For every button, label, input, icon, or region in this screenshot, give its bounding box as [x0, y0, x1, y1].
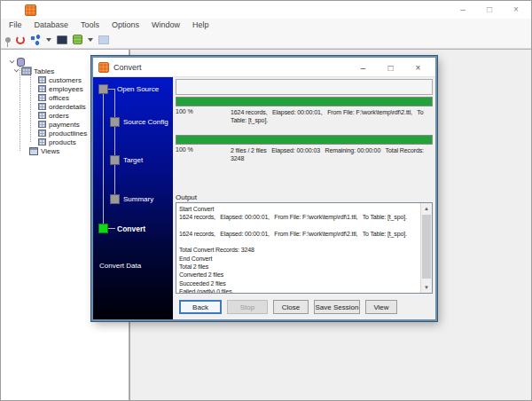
table-name: productlines	[49, 130, 87, 138]
menu-file[interactable]: File	[3, 20, 28, 29]
menu-options[interactable]: Options	[106, 20, 145, 29]
dialog-button-row: Back Stop Close Save Session View	[176, 300, 433, 314]
tree-rail	[30, 75, 31, 142]
log-line: 1624 records, Elapsed: 00:00:01, From Fi…	[179, 213, 419, 221]
pin-icon[interactable]	[5, 37, 11, 43]
step-label-open-source: Open Source	[117, 85, 159, 93]
dialog-app-icon	[98, 62, 109, 73]
dialog-body: Open Source Source Config Target Summary…	[93, 77, 435, 319]
total-progress-bar	[176, 135, 433, 145]
main-window-controls: – □ ×	[450, 1, 529, 19]
panel-caption: Convert Data	[99, 262, 141, 270]
log-line: Total Convert Records: 3248	[179, 246, 419, 254]
share-dropdown-icon[interactable]	[46, 38, 51, 42]
chevron-down-icon[interactable]	[10, 59, 15, 64]
step-marker-target	[110, 155, 120, 165]
menu-database[interactable]: Database	[28, 20, 75, 29]
log-line	[179, 222, 419, 230]
chevron-down-icon[interactable]	[14, 67, 20, 73]
toolbar	[1, 31, 531, 49]
dialog-title: Convert	[113, 63, 142, 72]
dialog-window-controls: – □ ×	[349, 58, 432, 77]
wizard-connector	[114, 89, 115, 199]
tables-label: Tables	[34, 67, 54, 75]
dialog-minimize-button[interactable]: –	[349, 58, 377, 77]
convert-dialog: Convert – □ × Open Source Source Config …	[91, 56, 437, 321]
wizard-steps-panel: Open Source Source Config Target Summary…	[93, 77, 173, 319]
log-line: Total 2 files	[179, 263, 419, 271]
close-button[interactable]: ×	[503, 1, 529, 19]
share-icon[interactable]	[30, 35, 41, 45]
table-icon	[38, 138, 46, 145]
maximize-button[interactable]: □	[476, 1, 503, 19]
output-scrollbar[interactable]: ▲ ▼	[420, 203, 432, 293]
table-icon	[38, 130, 46, 137]
refresh-icon[interactable]	[16, 35, 25, 44]
file-progress-percent: 100 %	[176, 108, 231, 133]
log-line: Converted 2 files	[179, 271, 419, 279]
step-marker-convert-active	[98, 224, 108, 233]
file-progress-detail: 100 % 1624 records, Elapsed: 00:00:01, F…	[176, 106, 433, 133]
export-dropdown-icon[interactable]	[88, 38, 93, 42]
view-button[interactable]: View	[365, 300, 397, 314]
step-label-target: Target	[123, 156, 143, 164]
table-icon	[38, 76, 46, 83]
dialog-titlebar: Convert – □ ×	[93, 58, 435, 77]
back-button[interactable]: Back	[179, 300, 222, 314]
table-export-icon[interactable]	[73, 35, 82, 44]
table-name: products	[49, 138, 76, 146]
table-name: employees	[49, 85, 83, 93]
table-name: offices	[49, 94, 69, 102]
log-line	[179, 238, 419, 246]
dialog-maximize-button[interactable]: □	[377, 58, 404, 77]
total-progress-text: 2 files / 2 files Elapsed: 00:00:03 Rema…	[231, 146, 433, 171]
table-icon	[38, 112, 46, 119]
menu-window[interactable]: Window	[145, 20, 186, 29]
step-marker-open-source	[98, 84, 108, 94]
log-line: Succeeded 2 files	[179, 279, 419, 287]
message-box	[176, 79, 433, 95]
views-folder-icon	[29, 147, 38, 155]
step-label-summary: Summary	[123, 195, 153, 203]
scroll-up-icon[interactable]: ▲	[421, 203, 432, 214]
tree-rail	[20, 67, 20, 151]
wizard-connector	[103, 94, 104, 224]
menu-bar: File Database Tools Options Window Help	[1, 19, 531, 31]
output-log: Start Convert 1624 records, Elapsed: 00:…	[176, 202, 433, 294]
step-label-convert: Convert	[117, 224, 145, 233]
close-button[interactable]: Close	[273, 300, 309, 314]
save-session-button[interactable]: Save Session	[314, 300, 360, 314]
wizard-connector	[108, 228, 115, 229]
stop-button: Stop	[227, 300, 268, 314]
scrollbar-thumb[interactable]	[422, 215, 431, 279]
scroll-down-icon[interactable]: ▼	[421, 282, 432, 293]
total-progress-percent: 100 %	[176, 146, 231, 171]
table-name: payments	[49, 121, 80, 129]
table-icon	[38, 103, 46, 110]
menu-tools[interactable]: Tools	[74, 20, 106, 29]
table-disabled-icon	[98, 35, 109, 44]
step-label-source-config: Source Config	[123, 118, 168, 126]
monitor-icon[interactable]	[57, 35, 67, 44]
database-icon	[17, 58, 25, 67]
app-logo-icon	[25, 4, 36, 16]
minimize-button[interactable]: –	[450, 1, 476, 19]
views-label: Views	[41, 147, 59, 155]
table-name: orderdetails	[49, 103, 86, 111]
log-line: End Convert	[179, 255, 419, 263]
file-progress-text: 1624 records, Elapsed: 00:00:01, From Fi…	[231, 108, 433, 133]
menu-help[interactable]: Help	[186, 20, 215, 29]
table-name: orders	[49, 112, 69, 120]
table-name: customers	[49, 76, 82, 84]
step-marker-source-config	[110, 117, 120, 127]
output-label: Output	[176, 193, 433, 201]
log-line: Start Convert	[179, 205, 419, 213]
main-titlebar: – □ ×	[1, 1, 531, 19]
total-progress-detail: 100 % 2 files / 2 files Elapsed: 00:00:0…	[176, 145, 433, 171]
table-icon	[38, 121, 46, 128]
dialog-close-button[interactable]: ×	[404, 58, 432, 77]
file-progress-bar	[176, 97, 433, 106]
log-line: 1624 records, Elapsed: 00:00:01, From Fi…	[179, 230, 419, 238]
table-icon	[38, 85, 46, 92]
table-icon	[38, 94, 46, 101]
